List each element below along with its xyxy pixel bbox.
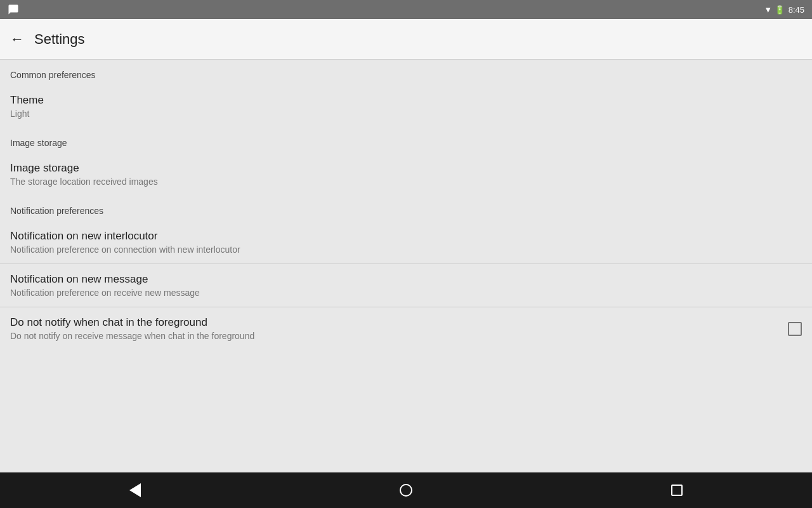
status-bar-right: ▾ 🔋 8:45 — [766, 4, 804, 15]
nav-home-button[interactable] — [387, 472, 425, 508]
setting-do-not-notify-subtitle: Do not notify on receive message when ch… — [10, 331, 254, 341]
setting-item-theme[interactable]: Theme Light — [0, 85, 812, 128]
setting-item-theme-text: Theme Light — [10, 94, 44, 119]
setting-notif-message-subtitle: Notification preference on receive new m… — [10, 288, 200, 298]
setting-theme-subtitle: Light — [10, 109, 44, 119]
wifi-icon: ▾ — [766, 4, 771, 15]
section-header-image: Image storage — [0, 128, 812, 153]
setting-theme-title: Theme — [10, 94, 44, 107]
app-bar: ← Settings — [0, 19, 812, 60]
setting-do-not-notify-title: Do not notify when chat in the foregroun… — [10, 316, 254, 329]
battery-icon: 🔋 — [775, 5, 785, 15]
setting-notif-interlocutor-subtitle: Notification preference on connection wi… — [10, 244, 240, 255]
status-bar-left — [8, 4, 19, 15]
setting-item-image-text: Image storage The storage location recei… — [10, 162, 158, 187]
status-bar: ▾ 🔋 8:45 — [0, 0, 812, 19]
setting-notif-message-text: Notification on new message Notification… — [10, 273, 200, 298]
section-header-notification: Notification preferences — [0, 196, 812, 221]
setting-notif-message-title: Notification on new message — [10, 273, 200, 286]
bottom-navigation — [0, 472, 812, 508]
nav-back-icon — [129, 483, 141, 497]
page-title: Settings — [34, 31, 85, 48]
status-time: 8:45 — [789, 5, 804, 15]
setting-item-image-storage[interactable]: Image storage The storage location recei… — [0, 153, 812, 196]
do-not-notify-checkbox[interactable] — [788, 322, 802, 336]
back-button[interactable]: ← — [10, 32, 24, 46]
setting-do-not-notify-text: Do not notify when chat in the foregroun… — [10, 316, 254, 341]
setting-notif-interlocutor-text: Notification on new interlocutor Notific… — [10, 230, 240, 255]
section-header-common: Common preferences — [0, 60, 812, 85]
settings-content: Common preferences Theme Light Image sto… — [0, 60, 812, 472]
setting-item-notification-interlocutor[interactable]: Notification on new interlocutor Notific… — [0, 221, 812, 264]
setting-image-title: Image storage — [10, 162, 158, 175]
setting-item-notification-message[interactable]: Notification on new message Notification… — [0, 264, 812, 307]
nav-home-icon — [400, 484, 412, 497]
app-status-icon — [8, 4, 19, 15]
nav-recents-icon — [671, 485, 683, 496]
nav-back-button[interactable] — [116, 472, 154, 508]
setting-item-do-not-notify[interactable]: Do not notify when chat in the foregroun… — [0, 307, 812, 350]
setting-notif-interlocutor-title: Notification on new interlocutor — [10, 230, 240, 243]
nav-recents-button[interactable] — [658, 472, 696, 508]
setting-image-subtitle: The storage location received images — [10, 177, 158, 187]
